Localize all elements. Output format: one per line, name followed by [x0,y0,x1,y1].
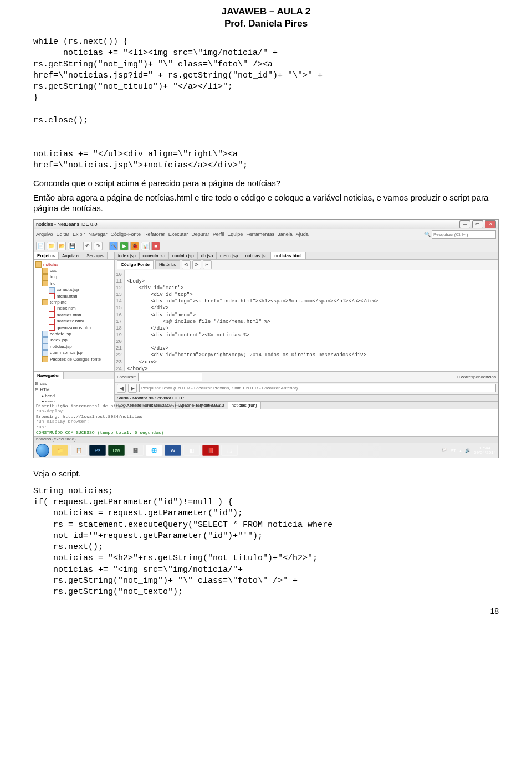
editor-tab[interactable]: index.jsp [115,252,140,259]
minimize-button[interactable]: — [459,220,470,228]
editor-tab[interactable]: contato.jsp [169,252,198,259]
tray-flag-icon[interactable]: 🏳️ [442,448,447,453]
tray-clock[interactable]: 17:44 09/04/2014 [474,446,496,455]
navigator-tree[interactable]: ⊟ css ⊟ HTML ▸ head ▾ body div id=top di… [34,380,114,402]
find-label: Localizar: [117,375,136,380]
debug-button[interactable]: 🐞 [130,242,139,250]
ide-screenshot: noticias - NetBeans IDE 8.0 — ▭ ✕ Arquiv… [33,219,499,459]
tree-folder[interactable]: css [50,268,57,273]
output-tab[interactable]: noticias (run) [228,402,261,409]
tree-file[interactable]: quem-somos.html [57,325,92,330]
source-tab[interactable]: Código-Fonte [117,260,154,269]
redo-button[interactable]: ↷ [94,242,103,250]
run-button[interactable]: ▶ [120,242,129,250]
code-editor[interactable]: 10111213141516171819202122232425 <body> … [115,270,498,371]
editor-tab[interactable]: menu.jsp [217,252,242,259]
window-titlebar: noticias - NetBeans IDE 8.0 — ▭ ✕ [34,220,498,229]
task-pdf[interactable]: 📕 [202,445,219,456]
toolbar-icon[interactable]: ✂ [203,260,212,269]
open-button[interactable]: 📂 [57,242,66,250]
output-title: Saída - Monitor do Servidor HTTP [115,394,498,402]
page-number: 18 [33,607,499,616]
tree-file[interactable]: conecta.jsp [57,287,79,292]
find-hint-input[interactable] [139,384,496,392]
taskbar: 📁 📋 Ps Dw 📓 🌐 W ◧ 📕 ⬚ 🏳️ PT ▴ 🔊 17:44 09… [34,443,498,458]
editor-tab[interactable]: conecta.jsp [140,252,169,259]
paragraph-1: Concorda que o script acima é parecido p… [33,178,499,189]
services-tab[interactable]: Serviços [83,252,108,259]
toolbar: 📄 📁 📂 💾 ↶ ↷ 🔨 ▶ 🐞 📊 ■ [34,240,498,252]
task-netbeans[interactable]: ◧ [183,445,200,456]
search-input[interactable] [432,230,496,239]
doc-title-2: Prof. Daniela Pires [33,18,499,30]
task-item[interactable]: ⬚ [221,445,238,456]
projects-tab[interactable]: Projetos [34,252,59,259]
history-tab[interactable]: Histórico [155,260,180,269]
new-file-button[interactable]: 📄 [36,242,45,250]
navigator-tab[interactable]: Navegador [34,372,64,379]
toolbar-icon[interactable]: ⟲ [182,260,191,269]
task-word[interactable]: W [165,445,181,456]
files-tab[interactable]: Arquivos [59,252,83,259]
menu-item[interactable]: Ajuda [296,232,309,237]
menu-item[interactable]: Ferramentas [246,232,274,237]
tree-file[interactable]: quem-somos.jsp [50,350,83,355]
tree-file[interactable]: index.jsp [50,337,68,342]
menu-item[interactable]: Exibir [73,232,85,237]
task-dreamweaver[interactable]: Dw [108,445,125,456]
menu-item[interactable]: Editar [57,232,70,237]
editor-tab[interactable]: noticias.jsp [242,252,272,259]
menu-item[interactable]: Refatorar [144,232,165,237]
menu-item[interactable]: Executar [168,232,188,237]
profile-button[interactable]: 📊 [141,242,150,250]
code-block-2: String noticias; if( request.getParamete… [33,486,499,598]
task-chrome[interactable]: 🌐 [146,445,162,456]
project-tree[interactable]: noticias css img inc conecta.jsp menu.ht… [34,260,114,364]
tree-folder[interactable]: template [50,300,67,305]
menu-item[interactable]: Arquivo [36,232,53,237]
menu-item[interactable]: Navegar [89,232,108,237]
task-photoshop[interactable]: Ps [89,445,106,456]
task-item[interactable]: 📋 [70,445,87,456]
find-next-button[interactable]: ▶ [128,384,137,393]
new-project-button[interactable]: 📁 [47,242,55,250]
tree-folder[interactable]: img [50,274,57,279]
maximize-button[interactable]: ▭ [472,220,483,228]
menu-item[interactable]: Perfil [213,232,224,237]
paragraph-2: Então abra agora a página de notícias.ht… [33,192,499,214]
tray-chevron-icon[interactable]: ▴ [459,448,462,453]
tray-lang[interactable]: PT [451,448,456,453]
search-icon: 🔍 [424,232,431,237]
task-explorer[interactable]: 📁 [52,445,68,456]
paragraph-3: Veja o script. [33,468,499,479]
editor-tab[interactable]: noticias.html [271,252,305,259]
find-prev-button[interactable]: ◀ [117,384,126,393]
tray-volume-icon[interactable]: 🔊 [465,448,470,453]
find-input[interactable] [138,373,202,381]
tree-file[interactable]: contato.jsp [50,331,71,336]
tree-file[interactable]: menu.html [57,294,77,299]
tree-folder[interactable]: inc [50,281,55,286]
tree-folder[interactable]: Pacotes de Códigos-fonte [50,357,101,362]
menubar: Arquivo Editar Exibir Navegar Código-Fon… [34,229,498,240]
task-item[interactable]: 📓 [127,445,144,456]
undo-button[interactable]: ↶ [83,242,92,250]
menu-item[interactable]: Equipe [227,232,243,237]
code-block-1: while (rs.next()) { noticias += "<li><im… [33,37,499,171]
build-button[interactable]: 🔨 [109,242,118,250]
close-button[interactable]: ✕ [485,220,496,228]
menu-item[interactable]: Código-Fonte [111,232,141,237]
menu-item[interactable]: Janela [278,232,293,237]
editor-tab[interactable]: db.jsp [198,252,217,259]
tree-file[interactable]: index.html [57,306,76,311]
window-title: noticias - NetBeans IDE 8.0 [36,222,98,227]
tree-file[interactable]: noticias.jsp [50,344,72,349]
menu-item[interactable]: Depurar [191,232,209,237]
tree-file[interactable]: noticias2.html [57,319,84,324]
save-all-button[interactable]: 💾 [68,242,76,250]
tree-file[interactable]: noticias.html [57,312,81,317]
tree-root[interactable]: noticias [43,262,58,267]
start-button[interactable] [36,444,49,457]
toolbar-icon[interactable]: ⟳ [192,260,201,269]
stop-button[interactable]: ■ [151,242,160,250]
